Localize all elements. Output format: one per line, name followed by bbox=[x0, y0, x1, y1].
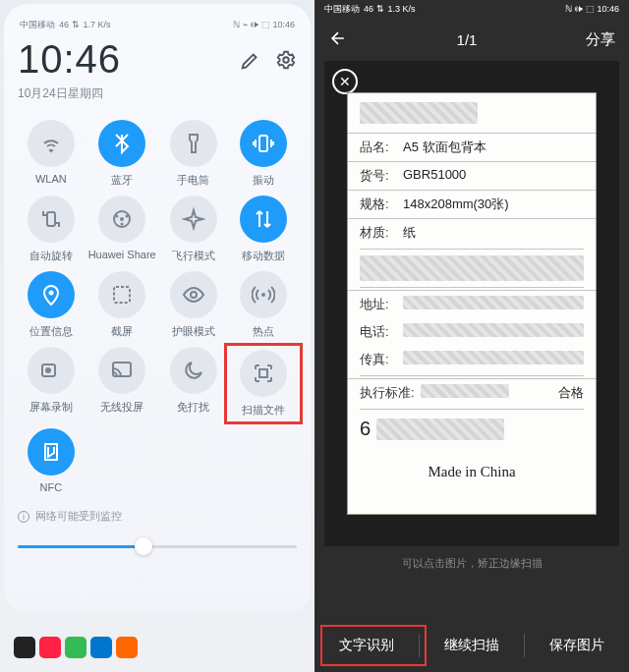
tile-airplane[interactable]: 飞行模式 bbox=[160, 196, 227, 263]
made-in-label: Made in China bbox=[348, 464, 596, 480]
tile-location[interactable]: 位置信息 bbox=[18, 271, 85, 339]
dock bbox=[14, 637, 138, 658]
quick-settings-screen: 中国移动 46 ⇅ 1.7 K/s ℕ ⌁ 🕪 ⬚ 10:46 10:46 10… bbox=[0, 0, 314, 672]
addr-label: 地址: bbox=[360, 296, 403, 313]
page-counter: 1/1 bbox=[457, 31, 478, 48]
scanned-paper: 品名:A5 软面包背本货号:GBR51000规格:148x208mm(30张)材… bbox=[347, 92, 597, 515]
svg-point-10 bbox=[191, 292, 197, 298]
close-icon[interactable]: ✕ bbox=[332, 69, 358, 94]
tile-label: 扫描文件 bbox=[242, 403, 285, 418]
share-icon bbox=[98, 196, 145, 243]
tile-wlan[interactable]: WLAN bbox=[18, 120, 85, 188]
tiles-grid: WLAN蓝牙手电筒振动自动旋转Huawei Share飞行模式移动数据位置信息截… bbox=[18, 120, 297, 493]
tile-label: WLAN bbox=[35, 173, 67, 185]
airplane-icon bbox=[170, 196, 217, 243]
highlight-ocr bbox=[320, 625, 427, 666]
moon-icon bbox=[170, 347, 217, 394]
field-key: 货号: bbox=[360, 167, 403, 185]
tel-label: 电话: bbox=[360, 323, 403, 341]
save-image-button[interactable]: 保存图片 bbox=[525, 619, 629, 672]
hint-text: 可以点击图片，矫正边缘扫描 bbox=[314, 556, 629, 571]
document-preview[interactable]: ✕ 品名:A5 软面包背本货号:GBR51000规格:148x208mm(30张… bbox=[324, 61, 619, 546]
bluetooth-icon bbox=[98, 120, 145, 167]
back-button[interactable] bbox=[328, 28, 348, 51]
tile-label: 位置信息 bbox=[29, 324, 73, 339]
continue-scan-button[interactable]: 继续扫描 bbox=[420, 619, 524, 672]
tile-label: 屏幕录制 bbox=[29, 400, 73, 415]
status-right: ℕ 🕪 ⬚ 10:46 bbox=[565, 4, 619, 14]
svg-point-8 bbox=[48, 291, 53, 296]
tile-eyecare[interactable]: 护眼模式 bbox=[160, 271, 227, 339]
tile-vibrate[interactable]: 振动 bbox=[230, 120, 297, 188]
top-bar: 1/1 分享 bbox=[314, 18, 629, 61]
screenshot-icon bbox=[98, 271, 145, 318]
brightness-slider[interactable] bbox=[18, 537, 297, 555]
tile-dnd[interactable]: 免打扰 bbox=[160, 347, 227, 420]
field-value: A5 软面包背本 bbox=[403, 139, 584, 156]
cast-icon bbox=[98, 347, 145, 394]
status-bar: 中国移动 46 ⇅ 1.3 K/s ℕ 🕪 ⬚ 10:46 bbox=[314, 0, 629, 18]
tile-screenrec[interactable]: 屏幕录制 bbox=[18, 347, 85, 420]
share-button[interactable]: 分享 bbox=[586, 30, 615, 49]
tile-label: 热点 bbox=[253, 324, 274, 339]
dock-app[interactable] bbox=[90, 637, 112, 658]
data-icon bbox=[240, 196, 287, 243]
record-icon bbox=[28, 347, 75, 394]
net-label: 46 ⇅ bbox=[364, 4, 384, 14]
tile-scandoc[interactable]: 扫描文件 bbox=[224, 343, 303, 424]
dock-app[interactable] bbox=[116, 637, 138, 658]
date-label: 10月24日星期四 bbox=[18, 85, 297, 102]
dock-app[interactable] bbox=[14, 637, 35, 658]
fax-label: 传真: bbox=[360, 351, 403, 368]
dock-app[interactable] bbox=[39, 637, 61, 658]
tile-cast[interactable]: 无线投屏 bbox=[88, 347, 156, 420]
network-warning[interactable]: i 网络可能受到监控 bbox=[18, 509, 297, 524]
tile-label: 飞行模式 bbox=[172, 249, 215, 263]
eye-icon bbox=[170, 271, 217, 318]
tile-label: 护眼模式 bbox=[172, 324, 215, 339]
tile-hotspot[interactable]: 热点 bbox=[230, 271, 297, 339]
tile-autorotate[interactable]: 自动旋转 bbox=[18, 196, 85, 263]
rotate-icon bbox=[28, 196, 75, 243]
redacted-barcode bbox=[376, 419, 504, 440]
svg-point-7 bbox=[121, 223, 124, 226]
speed-label: 1.3 K/s bbox=[388, 4, 416, 14]
net-label: 46 ⇅ bbox=[59, 20, 80, 29]
redacted-text bbox=[421, 384, 509, 398]
tile-label: 蓝牙 bbox=[111, 173, 133, 188]
field-key: 材质: bbox=[360, 224, 403, 242]
tile-label: NFC bbox=[40, 481, 63, 493]
svg-point-13 bbox=[45, 367, 51, 373]
clock-time: 10:46 bbox=[18, 37, 121, 82]
svg-rect-2 bbox=[47, 212, 55, 226]
tile-label: 免打扰 bbox=[177, 400, 209, 415]
tile-nfc[interactable]: NFC bbox=[18, 428, 85, 493]
scan-icon bbox=[240, 350, 287, 397]
tile-label: 振动 bbox=[253, 173, 274, 188]
flashlight-icon bbox=[170, 120, 217, 167]
redacted-logo bbox=[360, 102, 478, 124]
dock-app[interactable] bbox=[65, 637, 86, 658]
tile-mobiledata[interactable]: 移动数据 bbox=[230, 196, 297, 263]
tile-huaweishare[interactable]: Huawei Share bbox=[88, 196, 156, 263]
svg-rect-1 bbox=[259, 136, 267, 151]
field-key: 规格: bbox=[360, 196, 403, 213]
edit-icon[interactable] bbox=[240, 49, 261, 71]
redacted-text bbox=[403, 351, 584, 364]
field-key: 品名: bbox=[360, 139, 403, 156]
tile-flashlight[interactable]: 手电筒 bbox=[160, 120, 227, 188]
settings-icon[interactable] bbox=[275, 49, 297, 71]
field-value: GBR51000 bbox=[403, 167, 584, 185]
status-right: ℕ ⌁ 🕪 ⬚ 10:46 bbox=[233, 20, 295, 29]
field-value: 148x208mm(30张) bbox=[403, 196, 584, 213]
tile-bluetooth[interactable]: 蓝牙 bbox=[88, 120, 156, 188]
field-value: 纸 bbox=[403, 224, 584, 242]
redacted-text bbox=[403, 323, 584, 337]
tile-screenshot[interactable]: 截屏 bbox=[88, 271, 156, 339]
svg-point-4 bbox=[120, 217, 124, 221]
wifi-icon bbox=[28, 120, 75, 167]
speed-label: 1.7 K/s bbox=[84, 20, 111, 29]
quick-settings-panel: 中国移动 46 ⇅ 1.7 K/s ℕ ⌁ 🕪 ⬚ 10:46 10:46 10… bbox=[4, 4, 311, 613]
carrier-label: 中国移动 bbox=[20, 19, 55, 31]
location-icon bbox=[28, 271, 75, 318]
